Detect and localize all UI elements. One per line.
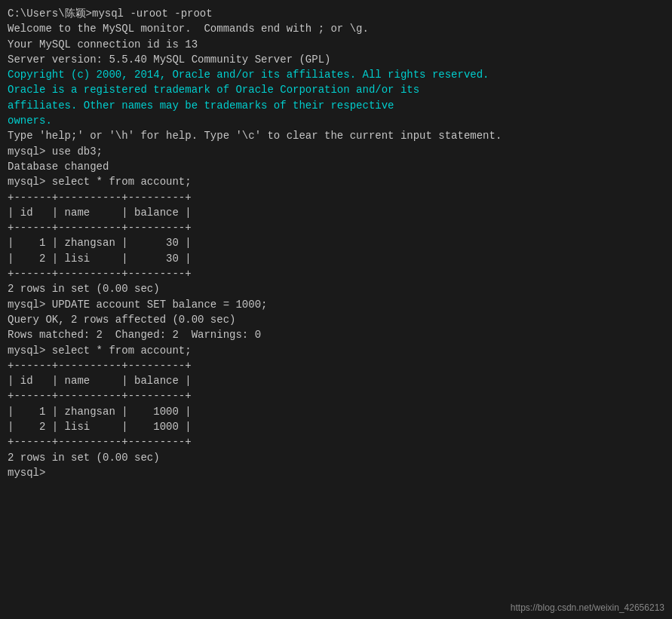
terminal-line: | id | name | balance | [8,205,664,220]
terminal-line: | id | name | balance | [8,373,664,388]
terminal-line: 2 rows in set (0.00 sec) [8,281,664,296]
terminal-line: +------+----------+---------+ [8,266,664,281]
terminal-line: affiliates. Other names may be trademark… [8,98,664,113]
terminal-line: +------+----------+---------+ [8,190,664,205]
terminal-line: Welcome to the MySQL monitor. Commands e… [8,21,664,36]
terminal-line: | 1 | zhangsan | 30 | [8,235,664,250]
terminal-line: +------+----------+---------+ [8,434,664,449]
terminal-line: Oracle is a registered trademark of Orac… [8,82,664,97]
terminal-line: Server version: 5.5.40 MySQL Community S… [8,52,664,67]
terminal-line: Copyright (c) 2000, 2014, Oracle and/or … [8,67,664,82]
terminal-window: C:\Users\陈颖>mysql -uroot -prootWelcome t… [0,0,672,619]
terminal-line: mysql> use db3; [8,144,664,159]
terminal-line: C:\Users\陈颖>mysql -uroot -proot [8,6,664,21]
terminal-line: Type 'help;' or '\h' for help. Type '\c'… [8,128,664,143]
terminal-content: C:\Users\陈颖>mysql -uroot -prootWelcome t… [8,6,664,480]
terminal-line: | 2 | lisi | 1000 | [8,419,664,434]
terminal-line: | 1 | zhangsan | 1000 | [8,404,664,419]
terminal-line: Query OK, 2 rows affected (0.00 sec) [8,312,664,327]
terminal-line: mysql> select * from account; [8,343,664,358]
terminal-line: | 2 | lisi | 30 | [8,251,664,266]
terminal-line: +------+----------+---------+ [8,388,664,403]
terminal-line: +------+----------+---------+ [8,220,664,235]
terminal-line: Rows matched: 2 Changed: 2 Warnings: 0 [8,327,664,342]
terminal-line: Your MySQL connection id is 13 [8,37,664,52]
terminal-line: 2 rows in set (0.00 sec) [8,450,664,465]
terminal-line: mysql> select * from account; [8,174,664,189]
terminal-line: owners. [8,113,664,128]
terminal-line: +------+----------+---------+ [8,358,664,373]
terminal-line: mysql> UPDATE account SET balance = 1000… [8,297,664,312]
terminal-line: Database changed [8,159,664,174]
watermark: https://blog.csdn.net/weixin_42656213 [511,602,664,613]
terminal-line: mysql> [8,465,664,480]
